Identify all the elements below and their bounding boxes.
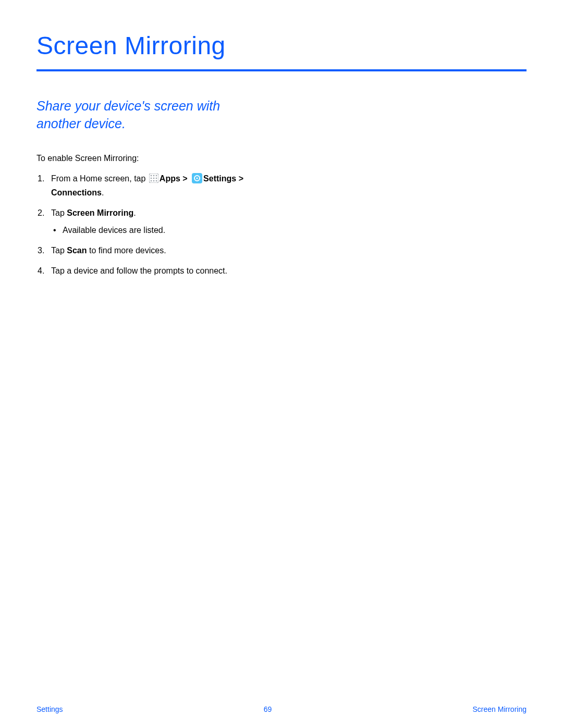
step-4: Tap a device and follow the prompts to c…	[36, 265, 261, 277]
page-footer: Settings 69 Screen Mirroring	[36, 705, 527, 713]
settings-gear-icon	[192, 173, 202, 187]
step-3-tail: to find more devices.	[87, 246, 166, 255]
step-2-period: .	[133, 208, 136, 217]
svg-point-4	[151, 177, 152, 179]
step-1-settings-label: Settings	[203, 174, 236, 183]
step-2-sub-1: Available devices are listed.	[51, 224, 261, 236]
svg-point-3	[156, 175, 157, 176]
step-2-bold: Screen Mirroring	[67, 208, 133, 217]
svg-point-2	[153, 175, 155, 176]
step-1-prefix: From a Home screen, tap	[51, 174, 148, 183]
page-subtitle: Share your device's screen with another …	[36, 97, 261, 133]
step-2: Tap Screen Mirroring. Available devices …	[36, 207, 261, 236]
footer-left: Settings	[36, 705, 63, 713]
content-column: Share your device's screen with another …	[36, 97, 261, 277]
footer-page-number: 69	[264, 705, 272, 713]
step-2-sublist: Available devices are listed.	[51, 224, 261, 236]
title-rule	[36, 69, 527, 71]
footer-right: Screen Mirroring	[473, 705, 527, 713]
page-title: Screen Mirroring	[36, 31, 527, 60]
steps-list: From a Home screen, tap Apps > Settings …	[36, 172, 261, 277]
svg-point-9	[156, 180, 157, 181]
step-1-period: .	[102, 188, 104, 197]
svg-point-5	[153, 177, 155, 179]
svg-point-12	[196, 177, 198, 179]
step-3-bold: Scan	[67, 246, 87, 255]
svg-point-8	[153, 180, 155, 181]
intro-text: To enable Screen Mirroring:	[36, 154, 261, 163]
document-page: Screen Mirroring Share your device's scr…	[0, 0, 563, 728]
svg-point-7	[151, 180, 152, 181]
step-2-prefix: Tap	[51, 208, 67, 217]
step-3-prefix: Tap	[51, 246, 67, 255]
apps-grid-icon	[149, 174, 158, 186]
svg-point-6	[156, 177, 157, 179]
step-1-sep: >	[180, 174, 190, 183]
svg-point-1	[151, 175, 152, 176]
step-1: From a Home screen, tap Apps > Settings …	[36, 172, 261, 199]
step-3: Tap Scan to find more devices.	[36, 244, 261, 256]
step-1-apps-label: Apps	[160, 174, 180, 183]
